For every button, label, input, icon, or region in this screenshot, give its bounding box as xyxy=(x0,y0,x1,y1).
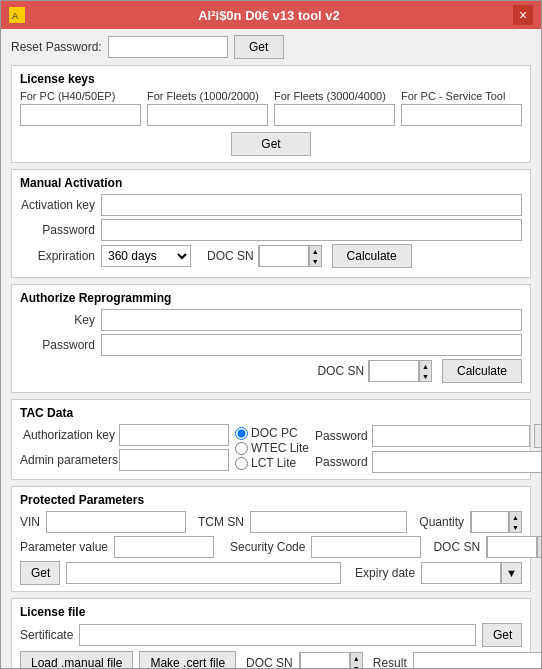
prot-doc-sn-input[interactable]: 212184 xyxy=(487,536,537,558)
load-manual-button[interactable]: Load .manual file xyxy=(20,651,133,668)
ma-expiration-row: Expriration 360 days 180 days 90 days 30… xyxy=(20,244,522,268)
tac-auth-key-row: Authorization key xyxy=(20,424,229,446)
manual-activation-section: Manual Activation Activation key Passwor… xyxy=(11,169,531,278)
ma-doc-sn-spin-buttons: ▲ ▼ xyxy=(309,246,321,266)
tac-password2-input[interactable] xyxy=(372,451,541,473)
lf-doc-sn-down[interactable]: ▼ xyxy=(350,663,362,668)
tac-admin-params-row: Admin parameters xyxy=(20,449,229,471)
prot-row3: Get Expiry date 19.08.2016 ▼ xyxy=(20,561,522,585)
tac-admin-params-input[interactable] xyxy=(119,449,229,471)
lf-row1: Sertificate Get xyxy=(20,623,522,647)
ma-expiration-select[interactable]: 360 days 180 days 90 days 30 days xyxy=(101,245,191,267)
lf-doc-sn-up[interactable]: ▲ xyxy=(350,653,362,663)
tac-radio-doc-pc[interactable] xyxy=(235,427,248,440)
lk-col-2: For Fleets (1000/2000) xyxy=(147,90,268,126)
prot-security-code-input[interactable] xyxy=(311,536,421,558)
prot-doc-sn-spinner: 212184 ▲ ▼ xyxy=(486,536,541,558)
tac-radio-lct[interactable] xyxy=(235,457,248,470)
prot-quantity-down[interactable]: ▼ xyxy=(509,522,521,532)
activation-key-input[interactable] xyxy=(101,194,522,216)
prot-doc-sn-label: DOC SN xyxy=(433,540,480,554)
tac-get-button[interactable]: Get xyxy=(534,424,541,448)
lf-sertificate-input[interactable] xyxy=(79,624,476,646)
lf-doc-sn-label: DOC SN xyxy=(246,656,293,668)
auth-doc-sn-label: DOC SN xyxy=(317,364,364,378)
prot-row2: Parameter value Security Code DOC SN 212… xyxy=(20,536,522,558)
tac-radio-wtec[interactable] xyxy=(235,442,248,455)
tac-password-input[interactable] xyxy=(372,425,530,447)
app-icon: A xyxy=(9,7,25,23)
reset-password-get-button[interactable]: Get xyxy=(234,35,284,59)
ma-password-row: Password xyxy=(20,219,522,241)
lk-input-4[interactable] xyxy=(401,104,522,126)
lf-sertificate-label: Sertificate xyxy=(20,628,73,642)
lk-input-3[interactable] xyxy=(274,104,395,126)
lk-col4-label: For PC - Service Tool xyxy=(401,90,522,102)
prot-tcm-sn-label: TCM SN xyxy=(198,515,244,529)
ma-doc-sn-down[interactable]: ▼ xyxy=(309,256,321,266)
lk-col-1: For PC (H40/50EP) xyxy=(20,90,141,126)
lk-col2-label: For Fleets (1000/2000) xyxy=(147,90,268,102)
license-file-section: License file Sertificate Get Load .manua… xyxy=(11,598,531,668)
authorize-section: Authorize Reprogramming Key Password DOC… xyxy=(11,284,531,393)
lf-result-input[interactable] xyxy=(413,652,541,668)
tac-auth-key-input[interactable] xyxy=(119,424,229,446)
ma-calculate-button[interactable]: Calculate xyxy=(332,244,412,268)
tac-auth-key-label: Authorization key xyxy=(20,428,115,442)
reset-password-input[interactable] xyxy=(108,36,228,58)
auth-key-label: Key xyxy=(20,313,95,327)
prot-quantity-input[interactable]: 255 xyxy=(471,511,509,533)
ma-doc-sn-label: DOC SN xyxy=(207,249,254,263)
license-keys-inputs-row: For PC (H40/50EP) For Fleets (1000/2000)… xyxy=(20,90,522,126)
title-bar: A AI²i$0n D0€ v13 tool v2 × xyxy=(1,1,541,29)
prot-tcm-sn-input[interactable] xyxy=(250,511,407,533)
prot-doc-sn-up[interactable]: ▲ xyxy=(537,537,541,547)
auth-calculate-button[interactable]: Calculate xyxy=(442,359,522,383)
license-keys-get-button[interactable]: Get xyxy=(231,132,311,156)
tac-radio-lct-row: LCT Lite xyxy=(235,456,309,470)
tac-radio-wtec-label: WTEC Lite xyxy=(251,441,309,455)
prot-doc-sn-spin-buttons: ▲ ▼ xyxy=(537,537,541,557)
lk-col3-label: For Fleets (3000/4000) xyxy=(274,90,395,102)
ma-password-label: Password xyxy=(20,223,95,237)
prot-doc-sn-down[interactable]: ▼ xyxy=(537,547,541,557)
lk-col-4: For PC - Service Tool xyxy=(401,90,522,126)
auth-password-input[interactable] xyxy=(101,334,522,356)
authorize-title: Authorize Reprogramming xyxy=(20,291,522,305)
prot-quantity-up[interactable]: ▲ xyxy=(509,512,521,522)
lk-input-2[interactable] xyxy=(147,104,268,126)
make-cert-button[interactable]: Make .cert file xyxy=(139,651,236,668)
prot-expiry-date-group: 19.08.2016 ▼ xyxy=(421,562,522,584)
tac-password-col: Password Get Password xyxy=(315,424,541,473)
prot-row1: VIN TCM SN Quantity 255 ▲ ▼ xyxy=(20,511,522,533)
activation-key-row: Activation key xyxy=(20,194,522,216)
prot-vin-input[interactable] xyxy=(46,511,186,533)
tac-password2-label: Password xyxy=(315,455,368,469)
ma-doc-sn-input[interactable]: 212184 xyxy=(259,245,309,267)
auth-doc-sn-input[interactable]: 212184 xyxy=(369,360,419,382)
prot-expiry-date-input[interactable]: 19.08.2016 xyxy=(421,562,501,584)
calendar-icon-button[interactable]: ▼ xyxy=(501,562,522,584)
lk-col-3: For Fleets (3000/4000) xyxy=(274,90,395,126)
prot-get-button[interactable]: Get xyxy=(20,561,60,585)
tac-labels-inputs: Authorization key Admin parameters xyxy=(20,424,229,471)
prot-result-input[interactable] xyxy=(66,562,341,584)
protected-title: Protected Parameters xyxy=(20,493,522,507)
close-button[interactable]: × xyxy=(513,5,533,25)
auth-key-input[interactable] xyxy=(101,309,522,331)
lk-input-1[interactable] xyxy=(20,104,141,126)
prot-param-value-input[interactable] xyxy=(114,536,214,558)
license-file-title: License file xyxy=(20,605,522,619)
main-window: A AI²i$0n D0€ v13 tool v2 × Reset Passwo… xyxy=(0,0,542,669)
prot-quantity-spinner: 255 ▲ ▼ xyxy=(470,511,522,533)
lf-doc-sn-input[interactable]: 212184 xyxy=(300,652,350,668)
auth-doc-sn-down[interactable]: ▼ xyxy=(419,371,431,381)
ma-password-input[interactable] xyxy=(101,219,522,241)
ma-expiration-label: Expriration xyxy=(20,249,95,263)
auth-doc-sn-spinner: 212184 ▲ ▼ xyxy=(368,360,432,382)
lf-get-button[interactable]: Get xyxy=(482,623,522,647)
auth-doc-sn-up[interactable]: ▲ xyxy=(419,361,431,371)
ma-doc-sn-up[interactable]: ▲ xyxy=(309,246,321,256)
tac-radio-group: DOC PC WTEC Lite LCT Lite xyxy=(235,426,309,470)
tac-radio-wtec-row: WTEC Lite xyxy=(235,441,309,455)
